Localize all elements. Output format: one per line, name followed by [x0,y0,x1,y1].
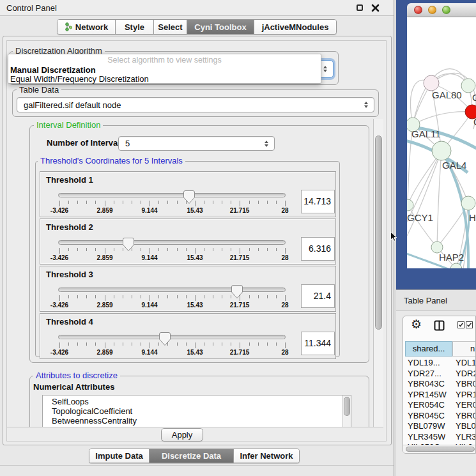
threshold-1-slider-thumb[interactable] [183,190,196,205]
table-cell[interactable]: YBR0 [456,411,476,420]
threshold-1-panel: Threshold 1 -3.426 2.859 9.144 15.43 21.… [40,171,336,217]
network-icon [65,22,72,31]
node-gal80 [424,75,439,91]
tab-impute-data[interactable]: Impute Data [89,449,150,463]
window-close-button[interactable] [414,6,422,14]
table-row[interactable]: YBR045C [408,411,445,420]
table-horizontal-scrollbar[interactable] [403,445,476,453]
tick-label: 15.43 [173,302,217,309]
table-cell[interactable]: YDL1 [456,358,476,367]
threshold-3-panel: Threshold 3 -3.426 2.859 9.144 15.43 21.… [40,266,336,312]
table-data-combo-arrows-icon [364,102,368,108]
network-node-labels: GAL80 G C GAL11 GAL4 GCY1 H HAP2 [407,89,476,263]
tab-jactivemnodules[interactable]: jActiveMNodules [254,20,336,34]
threshold-1-value-field[interactable]: 14.713 [301,190,335,213]
num-intervals-value: 5 [125,139,130,148]
tick-label: 21.715 [217,207,262,214]
threshold-3-slider-thumb[interactable] [231,284,243,300]
threshold-3-value-field[interactable]: 21.4 [301,284,335,308]
tick-label: 21.715 [217,254,262,261]
tab-style[interactable]: Style [116,20,154,34]
threshold-1-slider-track[interactable] [58,193,286,197]
apply-button[interactable]: Apply [161,428,203,441]
threshold-2-value-field[interactable]: 6.316 [301,237,335,261]
network-window-titlebar[interactable] [407,3,476,17]
numerical-attributes-list[interactable]: SelfLoops TopologicalCoefficient Between… [42,395,351,427]
label-g-clipped: G [472,92,476,103]
label-gcy1: GCY1 [407,212,433,223]
settings-scrollbar[interactable] [373,119,383,427]
close-panel-icon[interactable] [371,4,380,12]
table-cell[interactable]: YBL0 [456,421,476,431]
tab-infer-network[interactable]: Infer Network [234,449,299,463]
threshold-2-major-ticks [59,248,286,254]
tick-label: 9.144 [127,349,172,356]
list-item-betweennesscentrality[interactable]: BetweennessCentrality [52,416,137,426]
threshold-2-slider-track[interactable] [58,240,286,245]
network-view-frame: GAL80 G C GAL11 GAL4 GCY1 H HAP2 [396,0,476,289]
threshold-3-slider-track[interactable] [58,288,286,292]
table-data-combobox-value: galFiltered.sif default node [24,100,121,110]
dropdown-option-equal-width[interactable]: Equal Width/Frequency Discretization [10,74,149,84]
float-panel-icon[interactable] [357,4,363,11]
select-rows-checkbox-icon[interactable] [466,321,473,328]
tab-discretize-data-label: Discretize Data [162,451,221,461]
label-gal4: GAL4 [442,160,466,171]
network-canvas[interactable]: GAL80 G C GAL11 GAL4 GCY1 H HAP2 [407,17,476,268]
algorithm-dropdown-popup: Select algorithm to view settings Manual… [8,54,321,84]
threshold-1-label: Threshold 1 [46,175,93,185]
table-row[interactable]: YDL19... [408,358,440,367]
threshold-4-slider-thumb[interactable] [158,332,171,347]
attributes-list-scrollbar[interactable] [342,395,351,427]
table-cell[interactable]: YLR3 [456,432,476,441]
table-cell[interactable]: YPR1 [456,390,476,399]
tick-label: 2.859 [82,207,127,214]
table-data-group-title: Table Data [17,86,61,95]
tab-select[interactable]: Select [154,20,187,34]
table-cell[interactable]: YER0 [456,400,476,410]
tick-label: 21.715 [217,302,262,309]
label-c-clipped: C [473,116,476,127]
column-header-name[interactable]: n [452,341,476,357]
table-panel-title: Table Panel [404,296,447,305]
threshold-4-slider-track[interactable] [58,335,286,339]
list-item-topologicalcoefficient[interactable]: TopologicalCoefficient [52,406,132,416]
list-item-selfloops[interactable]: SelfLoops [52,397,89,406]
panel-title: Control Panel [6,3,57,13]
column-header-shared-name[interactable]: shared... [405,341,452,357]
table-row[interactable]: YPR145W [408,390,447,399]
dropdown-option-manual[interactable]: Manual Discretization [10,65,96,75]
split-columns-icon[interactable] [434,320,445,331]
tick-label: 9.144 [127,302,172,309]
window-minimize-button[interactable] [428,6,436,14]
tick-label: 15.43 [173,254,217,261]
threshold-2-slider-thumb[interactable] [122,237,135,252]
threshold-4-value-field[interactable]: 11.344 [301,332,335,355]
threshold-1-major-ticks [59,201,286,206]
tab-cyni-toolbox-label: Cyni Toolbox [194,22,246,32]
table-cell[interactable]: YBR0 [456,379,476,388]
num-intervals-combobox[interactable]: 5 [118,136,275,151]
tab-network[interactable]: Network [58,20,116,34]
table-row[interactable]: YBR043C [408,379,445,388]
viewport-bottom-divider [7,427,383,427]
window-zoom-button[interactable] [442,6,450,14]
control-panel-titlebar: Control Panel [0,0,396,16]
threshold-4-label: Threshold 4 [46,317,93,326]
table-row[interactable]: YER054C [408,400,445,410]
table-container: ⚙ shared... n YDL19... YDL1 YDR27... YDR… [403,316,476,454]
tab-discretize-data[interactable]: Discretize Data [150,449,234,463]
tick-label: 9.144 [127,207,172,214]
select-columns-checkbox-icon[interactable] [457,321,464,328]
table-row[interactable]: YLR345W [408,432,445,441]
table-settings-gear-icon[interactable]: ⚙ [411,317,422,331]
tick-label: -3.426 [37,207,82,214]
table-cell[interactable]: YDR2 [456,369,476,378]
table-row[interactable]: YDR27... [408,369,441,378]
table-row[interactable]: YBL079W [408,421,445,431]
label-hap2: HAP2 [439,252,464,263]
tab-jactivemnodules-label: jActiveMNodules [262,22,329,32]
label-h-clipped: H [469,212,476,223]
tab-cyni-toolbox[interactable]: Cyni Toolbox [187,20,254,34]
table-data-combobox[interactable]: galFiltered.sif default node [17,97,374,112]
